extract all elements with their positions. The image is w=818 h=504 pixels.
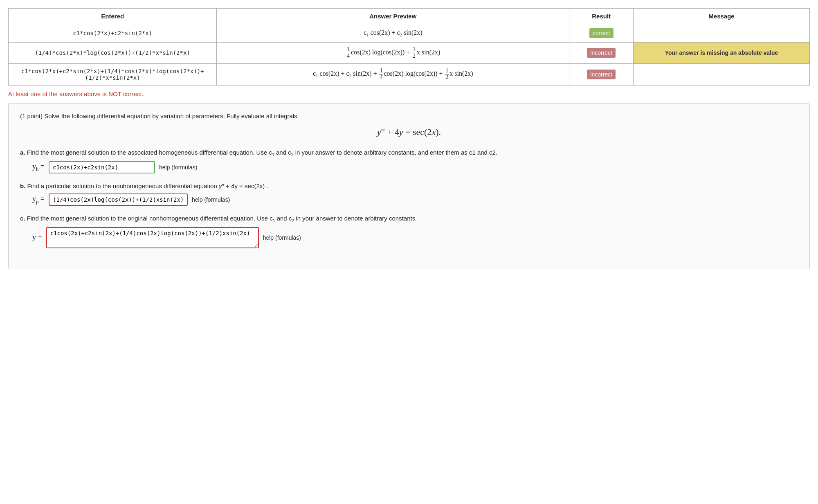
help-link-c[interactable]: help (formulas) — [263, 234, 301, 241]
answer-lhs-c: y = — [32, 233, 42, 242]
header-entered: Entered — [9, 9, 217, 24]
help-link-a[interactable]: help (formulas) — [159, 164, 197, 171]
main-equation: y′′ + 4y = sec(2x). — [20, 127, 798, 137]
result-badge-1: incorrect — [587, 48, 616, 58]
table-row-result-1: incorrect — [569, 43, 634, 64]
table-row-preview-2: c1 cos(2x) + c2 sin(2x) + 14cos(2x) log(… — [217, 63, 569, 85]
answer-table: Entered Answer Preview Result Message c1… — [8, 8, 810, 86]
table-row-preview-0: c1 cos(2x) + c2 sin(2x) — [217, 24, 569, 43]
table-row-message-2 — [634, 63, 810, 85]
result-badge-2: incorrect — [587, 70, 616, 79]
table-row-entered-2: c1*cos(2*x)+c2*sin(2*x)+(1/4)*cos(2*x)*l… — [9, 63, 217, 85]
header-preview: Answer Preview — [217, 9, 569, 24]
table-row-result-0: correct — [569, 24, 634, 43]
part-b: b. Find a particular solution to the non… — [20, 182, 798, 206]
problem-box: (1 point) Solve the following differenti… — [8, 103, 810, 269]
table-row-entered-0: c1*cos(2*x)+c2*sin(2*x) — [9, 24, 217, 43]
table-row-preview-1: 14cos(2x) log(cos(2x)) + 12x sin(2x) — [217, 43, 569, 64]
table-row-message-0 — [634, 24, 810, 43]
alert-text: At least one of the answers above is NOT… — [8, 90, 810, 97]
answer-lhs-b: yp = — [32, 195, 45, 205]
answer-lhs-a: yh = — [32, 162, 45, 173]
answer-input-c[interactable]: c1cos(2x)+c2sin(2x)+(1/4)cos(2x)log(cos(… — [46, 227, 259, 248]
table-row-message-1: Your answer is missing an absolute value — [634, 43, 810, 64]
result-badge-0: correct — [589, 28, 614, 38]
part-label-a: a. Find the most general solution to the… — [20, 149, 798, 157]
part-c: c. Find the most general solution to the… — [20, 215, 798, 248]
part-label-c: c. Find the most general solution to the… — [20, 215, 798, 223]
table-row-entered-1: (1/4)*cos(2*x)*log(cos(2*x))+(1/2)*x*sin… — [9, 43, 217, 64]
answer-input-b[interactable] — [49, 194, 188, 206]
header-message: Message — [634, 9, 810, 24]
answer-row-b: yp =help (formulas) — [32, 194, 798, 206]
table-row-result-2: incorrect — [569, 63, 634, 85]
part-a: a. Find the most general solution to the… — [20, 149, 798, 173]
header-result: Result — [569, 9, 634, 24]
answer-row-c: y =c1cos(2x)+c2sin(2x)+(1/4)cos(2x)log(c… — [32, 227, 798, 248]
part-label-b: b. Find a particular solution to the non… — [20, 182, 798, 189]
answer-input-a[interactable] — [49, 161, 155, 173]
help-link-b[interactable]: help (formulas) — [192, 196, 230, 203]
answer-row-a: yh =help (formulas) — [32, 161, 798, 173]
problem-title: (1 point) Solve the following differenti… — [20, 112, 798, 119]
